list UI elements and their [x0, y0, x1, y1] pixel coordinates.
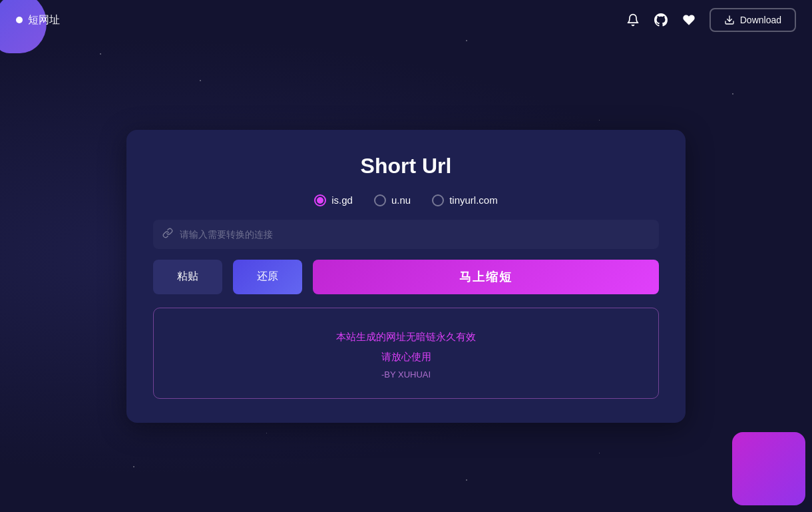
- service-radio-group: is.gd u.nu tinyurl.com: [153, 194, 659, 206]
- info-line-1: 本站生成的网址无暗链永久有效: [167, 327, 645, 347]
- radio-circle-isgd: [314, 194, 326, 206]
- info-line-2: 请放心使用: [167, 347, 645, 367]
- info-line-3: -BY XUHUAI: [167, 370, 645, 380]
- radio-option-isgd[interactable]: is.gd: [314, 194, 353, 206]
- nav-actions: Download: [626, 8, 796, 32]
- radio-label-isgd: is.gd: [331, 194, 353, 206]
- radio-label-tinyurl: tinyurl.com: [449, 194, 498, 206]
- brand-dot: [16, 17, 23, 23]
- url-input-wrapper: [153, 220, 659, 249]
- info-box: 本站生成的网址无暗链永久有效 请放心使用 -BY XUHUAI: [153, 308, 659, 399]
- download-icon: [724, 15, 735, 25]
- radio-circle-unu: [374, 194, 386, 206]
- nav-brand: 短网址: [16, 13, 60, 27]
- card-title: Short Url: [153, 154, 659, 178]
- navbar: 短网址 Download: [0, 0, 812, 40]
- radio-option-tinyurl[interactable]: tinyurl.com: [432, 194, 498, 206]
- main-content: Short Url is.gd u.nu tinyurl.com: [0, 40, 812, 512]
- shorten-button[interactable]: 马上缩短: [313, 260, 659, 294]
- restore-button[interactable]: 还原: [233, 260, 302, 294]
- url-input[interactable]: [180, 220, 650, 249]
- action-buttons-row: 粘贴 还原 马上缩短: [153, 260, 659, 294]
- download-button[interactable]: Download: [710, 8, 796, 32]
- url-shortener-card: Short Url is.gd u.nu tinyurl.com: [126, 130, 686, 423]
- github-icon[interactable]: [654, 13, 668, 27]
- radio-label-unu: u.nu: [391, 194, 411, 206]
- notification-icon[interactable]: [626, 13, 640, 27]
- radio-circle-tinyurl: [432, 194, 444, 206]
- radio-option-unu[interactable]: u.nu: [374, 194, 411, 206]
- link-icon: [162, 228, 173, 241]
- brand-title: 短网址: [28, 13, 60, 27]
- heart-icon[interactable]: [682, 13, 696, 27]
- paste-button[interactable]: 粘贴: [153, 260, 222, 294]
